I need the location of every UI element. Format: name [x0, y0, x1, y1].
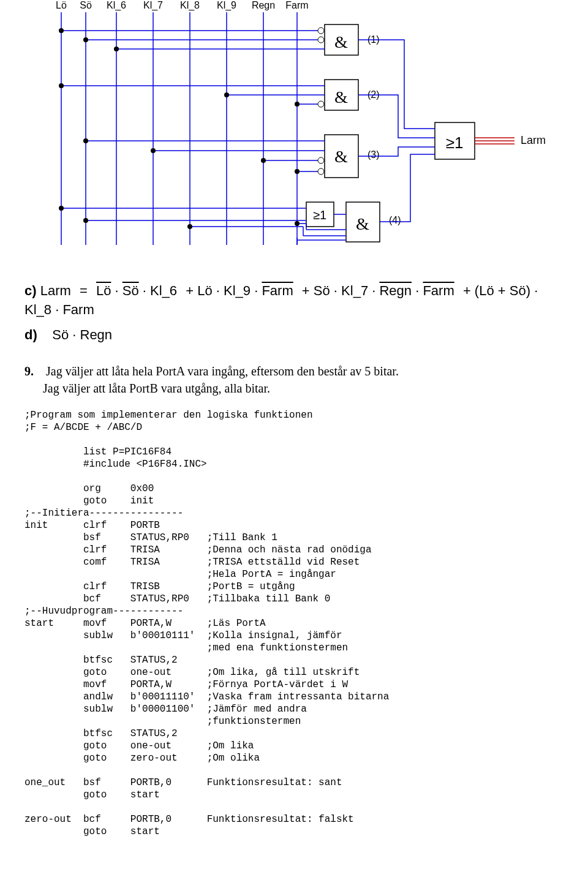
svg-point-40 — [83, 218, 88, 223]
svg-point-34 — [261, 158, 266, 163]
input-label: Regn — [252, 0, 275, 10]
svg-point-9 — [318, 28, 324, 34]
svg-point-16 — [114, 47, 119, 51]
problem-9-text: 9. Jag väljer att låta hela PortA vara i… — [24, 363, 564, 397]
svg-point-18 — [318, 101, 324, 107]
svg-point-27 — [318, 168, 324, 175]
output-label: Larm — [521, 134, 546, 146]
svg-point-15 — [83, 37, 88, 42]
svg-point-39 — [59, 206, 64, 211]
svg-text:≥1: ≥1 — [446, 134, 464, 152]
logic-diagram: Lö Sö Kl_6 Kl_7 Kl_8 Kl_9 Regn Farm & (1… — [24, 0, 564, 263]
input-label: Sö — [80, 0, 92, 10]
input-label: Kl_9 — [217, 0, 236, 11]
equation-c: c) Larm = Lö · Sö · Kl_6 + Lö · Kl_9 · F… — [24, 282, 564, 320]
svg-text:≥1: ≥1 — [313, 208, 326, 222]
svg-text:&: & — [356, 214, 369, 233]
assembly-code-listing: ;Program som implementerar den logiska f… — [24, 409, 564, 838]
gate-output-label: (3) — [368, 149, 380, 160]
svg-point-26 — [318, 157, 324, 164]
svg-point-24 — [295, 102, 300, 107]
svg-point-22 — [59, 83, 64, 88]
svg-point-54 — [295, 221, 300, 226]
gate-output-label: (4) — [389, 215, 401, 225]
equation-d: d) Sö · Regn — [24, 326, 564, 345]
input-label: Farm — [285, 0, 308, 10]
svg-point-10 — [318, 37, 324, 43]
svg-point-33 — [151, 148, 156, 153]
svg-point-47 — [187, 224, 192, 229]
svg-point-35 — [295, 169, 300, 174]
svg-point-32 — [83, 138, 88, 143]
input-label: Lö — [56, 0, 67, 10]
svg-text:&: & — [334, 147, 348, 166]
svg-text:&: & — [334, 32, 348, 51]
input-label: Kl_8 — [180, 0, 200, 11]
input-label: Kl_6 — [107, 0, 126, 11]
svg-point-14 — [59, 28, 64, 33]
input-label: Kl_7 — [143, 0, 163, 11]
svg-point-23 — [224, 92, 229, 97]
svg-text:&: & — [334, 88, 348, 107]
